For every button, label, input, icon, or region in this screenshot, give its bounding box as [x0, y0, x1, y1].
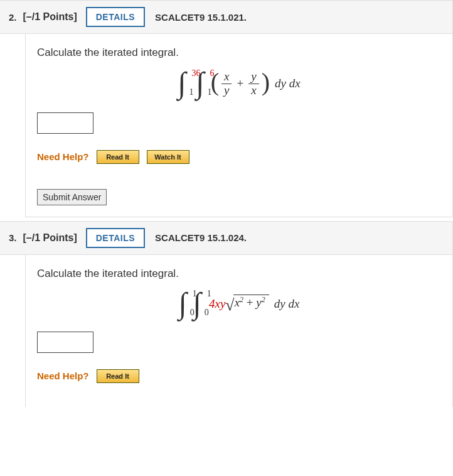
submit-answer-button[interactable]: Submit Answer: [37, 189, 107, 205]
read-it-button[interactable]: Read It: [97, 369, 139, 383]
integral-expression: ∫ 1 0 ∫ 1 0 4xy √ x2 + y2 dy dx: [37, 291, 441, 316]
question-reference: SCALCET9 15.1.024.: [155, 232, 247, 243]
inner-upper-bound: 1: [207, 289, 211, 299]
question-prompt: Calculate the iterated integral.: [37, 46, 441, 59]
question-header: 3. [–/1 Points] DETAILS SCALCET9 15.1.02…: [0, 221, 453, 255]
submit-bar: Submit Answer: [25, 180, 453, 217]
question-body: Calculate the iterated integral. ∫ 1 0 ∫…: [25, 255, 453, 399]
question-number: 2.: [9, 12, 17, 23]
question-header: 2. [–/1 Points] DETAILS SCALCET9 15.1.02…: [0, 0, 453, 34]
details-button[interactable]: DETAILS: [86, 228, 145, 248]
question-reference: SCALCET9 15.1.021.: [155, 12, 247, 23]
read-it-button[interactable]: Read It: [97, 150, 139, 164]
answer-input[interactable]: [37, 332, 93, 353]
question-number: 3.: [9, 232, 17, 243]
need-help-label: Need Help?: [37, 371, 89, 381]
integral-expression: ∫ 36 1 ∫ 6 1 ( x y + y x ) dy dx: [37, 70, 441, 97]
details-button[interactable]: DETAILS: [86, 7, 145, 27]
outer-lower-bound: 1: [189, 87, 193, 97]
question-points: [–/1 Points]: [23, 232, 77, 244]
question-points: [–/1 Points]: [23, 11, 77, 23]
watch-it-button[interactable]: Watch It: [147, 150, 189, 164]
inner-lower-bound: 0: [205, 308, 209, 318]
question-body: Calculate the iterated integral. ∫ 36 1 …: [25, 34, 453, 180]
answer-input[interactable]: [37, 112, 93, 134]
question-prompt: Calculate the iterated integral.: [37, 268, 441, 280]
need-help-label: Need Help?: [37, 151, 89, 162]
